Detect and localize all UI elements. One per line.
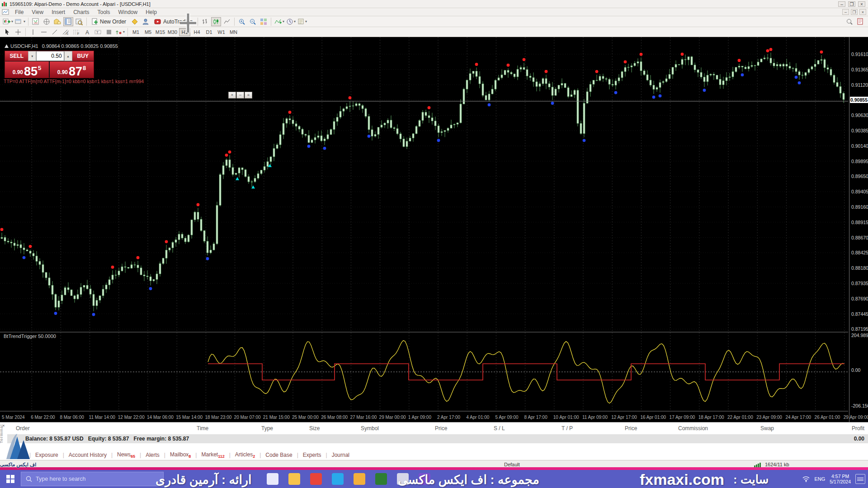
tab-exposure[interactable]: Exposure	[31, 451, 63, 459]
menu-item-window[interactable]: Window	[114, 8, 142, 16]
periods-button[interactable]: ▾	[286, 17, 296, 26]
navigator-button[interactable]	[52, 17, 62, 26]
timeframe-m5[interactable]: M5	[142, 28, 154, 36]
taskbar-clock[interactable]: 4:57 PM 5/17/2024	[830, 474, 851, 484]
column-header-price[interactable]: Price	[435, 425, 447, 432]
tab-mailbox[interactable]: Mailbox8	[165, 450, 195, 460]
buy-price[interactable]: 0.90 87 8	[50, 61, 94, 78]
widget-close-button[interactable]: ×	[228, 92, 236, 99]
notification-center-icon[interactable]	[855, 474, 865, 484]
trendline-button[interactable]	[50, 28, 60, 37]
profiles-button[interactable]: ▾	[14, 17, 26, 26]
tab-account-history[interactable]: Account History	[64, 451, 111, 459]
menu-item-help[interactable]: Help	[142, 8, 161, 16]
cortana-icon[interactable]	[267, 473, 278, 485]
title-bar[interactable]: 15965109: Alpari-Demo - Demo Account - A…	[0, 0, 868, 8]
column-header-symbol[interactable]: Symbol	[361, 425, 379, 432]
shapes-button[interactable]	[104, 28, 114, 37]
tab-journal[interactable]: Journal	[327, 451, 354, 459]
line-chart-button[interactable]	[222, 17, 232, 26]
timeframe-mn[interactable]: MN	[228, 28, 239, 36]
timeframe-m15[interactable]: M15	[155, 28, 166, 36]
column-header-profit[interactable]: Profit	[852, 425, 864, 432]
column-header-commission[interactable]: Commission	[678, 425, 708, 432]
menu-item-file[interactable]: File	[11, 8, 28, 16]
templates-button[interactable]: ▾	[297, 17, 307, 26]
metatrader-icon[interactable]	[354, 473, 365, 485]
zoom-out-button[interactable]	[248, 17, 258, 26]
vertical-line-button[interactable]	[28, 28, 38, 37]
minimize-button[interactable]: –	[838, 1, 845, 7]
lot-decrease-button[interactable]: ▾	[28, 51, 36, 61]
template-name[interactable]: Default	[504, 462, 520, 467]
bar-chart-button[interactable]	[200, 17, 210, 26]
market-watch-button[interactable]	[31, 17, 41, 26]
language-indicator[interactable]: ENG	[814, 476, 825, 482]
timeframe-d1[interactable]: D1	[203, 28, 215, 36]
chart-canvas[interactable]	[0, 37, 848, 422]
text-label-button[interactable]: T	[93, 28, 103, 37]
column-header-swap[interactable]: Swap	[760, 425, 774, 432]
tab-code-base[interactable]: Code Base	[261, 451, 297, 459]
column-header-size[interactable]: Size	[309, 425, 320, 432]
telegram-icon[interactable]	[332, 473, 344, 485]
taskbar-search-input[interactable]: Type here to search	[21, 472, 164, 486]
buy-button[interactable]: BUY	[72, 51, 94, 61]
channel-button[interactable]: E	[61, 28, 71, 37]
tab-alerts[interactable]: Alerts	[141, 451, 164, 459]
widget-minimize-button[interactable]: –	[236, 92, 244, 99]
file-explorer-icon[interactable]	[288, 473, 300, 485]
experts-button[interactable]	[141, 17, 151, 26]
restore-button[interactable]: ❐	[848, 1, 855, 7]
candlestick-button[interactable]	[211, 17, 221, 26]
child-restore-button[interactable]: ❐	[851, 9, 858, 15]
text-tool-button[interactable]: A	[82, 28, 92, 37]
metaeditor-button[interactable]	[130, 17, 140, 26]
cursor-tool-button[interactable]	[2, 28, 12, 37]
strategy-tester-button[interactable]	[74, 17, 84, 26]
fibonacci-button[interactable]: F	[71, 28, 81, 37]
sell-price[interactable]: 0.90 85 5	[5, 61, 49, 78]
chrome-icon[interactable]	[310, 473, 322, 485]
close-button[interactable]: ×	[858, 1, 865, 7]
tab-market[interactable]: Market112	[197, 450, 229, 460]
terminal-button[interactable]	[63, 17, 73, 26]
crosshair-tool-button[interactable]	[13, 28, 23, 37]
column-header-time[interactable]: Time	[197, 425, 208, 432]
balance-row[interactable]: Balance: 8 535.87 USD Equity: 8 535.87 F…	[7, 434, 868, 443]
menu-item-view[interactable]: View	[28, 8, 47, 16]
lot-increase-button[interactable]: ▴	[64, 51, 72, 61]
child-close-button[interactable]: ×	[859, 9, 866, 15]
menu-item-insert[interactable]: Insert	[47, 8, 69, 16]
help-docs-icon[interactable]	[855, 17, 865, 26]
widget-list-button[interactable]: ≡	[245, 92, 252, 99]
excel-icon[interactable]	[375, 473, 387, 485]
horizontal-line-button[interactable]	[39, 28, 49, 37]
column-header-type[interactable]: Type	[261, 425, 273, 432]
price-axis[interactable]: 0.916100.913650.911200.908550.906300.903…	[849, 37, 868, 422]
sell-button[interactable]: SELL	[5, 51, 28, 61]
tab-articles[interactable]: Articles2	[231, 450, 259, 460]
menu-item-charts[interactable]: Charts	[69, 8, 93, 16]
timeframe-m30[interactable]: M30	[167, 28, 178, 36]
timeframe-w1[interactable]: W1	[216, 28, 227, 36]
tab-experts[interactable]: Experts	[298, 451, 326, 459]
search-icon[interactable]	[844, 17, 854, 26]
zoom-in-button[interactable]	[237, 17, 247, 26]
new-order-button[interactable]: New Order	[89, 17, 129, 26]
indicators-button[interactable]: ▾	[274, 17, 285, 26]
menu-item-tools[interactable]: Tools	[94, 8, 114, 16]
start-button[interactable]	[0, 470, 21, 488]
new-chart-button[interactable]: ▾	[2, 17, 14, 26]
timeframe-m1[interactable]: M1	[130, 28, 142, 36]
tile-windows-button[interactable]	[259, 17, 269, 26]
column-header-tp[interactable]: T / P	[561, 425, 573, 432]
arrows-button[interactable]: ▾	[115, 28, 125, 37]
collapse-triangle-icon[interactable]	[5, 44, 9, 48]
lot-size-input[interactable]: 0.50	[36, 51, 64, 61]
tab-news[interactable]: News65	[113, 450, 140, 460]
child-minimize-button[interactable]: –	[842, 9, 849, 15]
column-header-sl[interactable]: S / L	[494, 425, 505, 432]
data-window-button[interactable]	[42, 17, 52, 26]
column-header-price[interactable]: Price	[625, 425, 637, 432]
